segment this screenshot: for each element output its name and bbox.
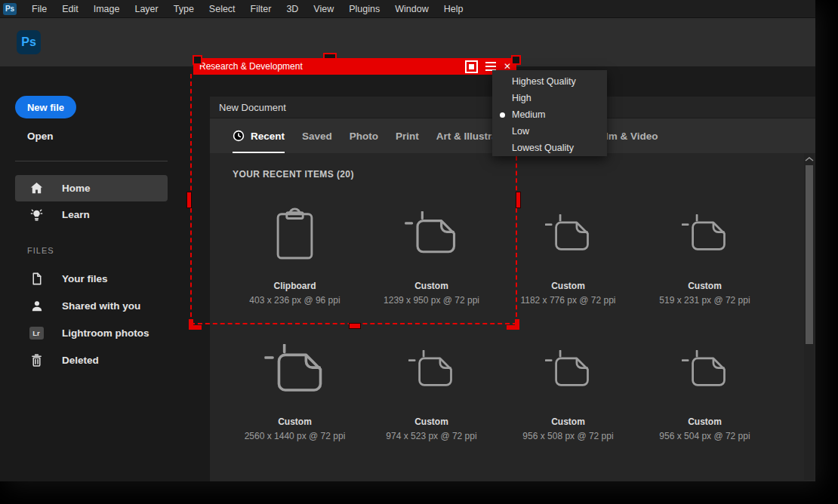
menu-item-highest-quality[interactable]: Highest Quality — [492, 73, 607, 90]
sidebar-item-deleted[interactable]: Deleted — [15, 347, 168, 373]
resize-handle-bottom-middle[interactable] — [349, 323, 361, 329]
menu-image[interactable]: Image — [86, 0, 128, 18]
custom-doc-icon — [682, 330, 729, 407]
menu-select[interactable]: Select — [202, 0, 243, 18]
menu-help[interactable]: Help — [436, 0, 471, 18]
home-sidebar: New file Open Home Learn FILES Your file… — [0, 66, 210, 481]
menu-item-high[interactable]: High — [492, 90, 607, 106]
recent-item-custom[interactable]: Custom 956 x 508 px @ 72 ppi — [500, 323, 636, 459]
resize-handle-top-right[interactable] — [511, 55, 521, 65]
menu-item-lowest-quality[interactable]: Lowest Quality — [492, 140, 607, 156]
menu-file[interactable]: File — [24, 0, 54, 18]
scrollbar-thumb[interactable] — [806, 165, 813, 344]
recent-item-custom[interactable]: Custom 974 x 523 px @ 72 ppi — [363, 323, 500, 459]
resize-handle-bottom-left[interactable] — [189, 319, 202, 330]
custom-doc-icon — [682, 195, 729, 272]
custom-doc-icon — [408, 330, 455, 407]
sidebar-item-shared-with-you[interactable]: Shared with you — [15, 293, 168, 319]
lightbulb-icon — [29, 207, 44, 223]
file-icon — [29, 272, 44, 287]
capture-title: Research & Development — [199, 61, 465, 72]
trash-icon — [29, 353, 44, 368]
files-section-label: FILES — [27, 246, 54, 255]
menu-item-medium[interactable]: Medium — [492, 106, 607, 123]
people-icon — [29, 299, 44, 314]
region-icon[interactable] — [465, 60, 478, 73]
dialog-scrollbar — [804, 153, 815, 480]
selected-bullet-icon — [500, 112, 505, 118]
recent-item-custom[interactable]: Custom 956 x 504 px @ 72 ppi — [636, 323, 773, 459]
new-file-button[interactable]: New file — [15, 96, 76, 118]
quality-dropdown-menu: Highest Quality High Medium Low Lowest Q… — [492, 70, 607, 156]
sidebar-item-home[interactable]: Home — [15, 175, 168, 201]
resize-handle-middle-right[interactable] — [516, 192, 521, 208]
desktop-background: Ps File Edit Image Layer Type Select Fil… — [0, 0, 838, 504]
menu-layer[interactable]: Layer — [127, 0, 165, 18]
resize-handle-bottom-right[interactable] — [507, 319, 519, 330]
ps-app-icon: Ps — [3, 3, 17, 15]
resize-handle-middle-left[interactable] — [186, 192, 192, 208]
custom-doc-icon — [264, 330, 326, 407]
recent-item-custom[interactable]: Custom 2560 x 1440 px @ 72 ppi — [226, 323, 363, 459]
resize-handle-top-middle[interactable] — [323, 53, 337, 60]
sidebar-divider — [15, 161, 168, 161]
menu-item-low[interactable]: Low — [492, 123, 607, 140]
menu-type[interactable]: Type — [166, 0, 202, 18]
sidebar-item-your-files[interactable]: Your files — [15, 266, 168, 292]
resize-handle-top-left[interactable] — [193, 55, 202, 65]
sidebar-item-learn[interactable]: Learn — [15, 201, 168, 228]
menu-edit[interactable]: Edit — [54, 0, 86, 18]
open-button[interactable]: Open — [27, 131, 54, 142]
ps-logo: Ps — [17, 30, 41, 54]
capture-region-border — [190, 74, 517, 324]
menu-bar: Ps File Edit Image Layer Type Select Fil… — [0, 0, 815, 18]
recent-item-custom[interactable]: Custom 519 x 231 px @ 72 ppi — [636, 187, 773, 323]
capture-title-bar[interactable]: Research & Development ✕ — [193, 58, 516, 75]
sidebar-item-lightroom-photos[interactable]: Lr Lightroom photos — [15, 320, 168, 346]
menu-plugins[interactable]: Plugins — [341, 0, 387, 18]
home-icon — [29, 181, 44, 196]
lr-badge-icon: Lr — [29, 326, 44, 341]
custom-doc-icon — [545, 195, 592, 272]
menu-view[interactable]: View — [306, 0, 341, 18]
menu-window[interactable]: Window — [387, 0, 436, 18]
scroll-up-icon[interactable] — [805, 156, 814, 162]
menu-filter[interactable]: Filter — [243, 0, 279, 18]
menu-3d[interactable]: 3D — [279, 0, 306, 18]
custom-doc-icon — [545, 330, 592, 407]
